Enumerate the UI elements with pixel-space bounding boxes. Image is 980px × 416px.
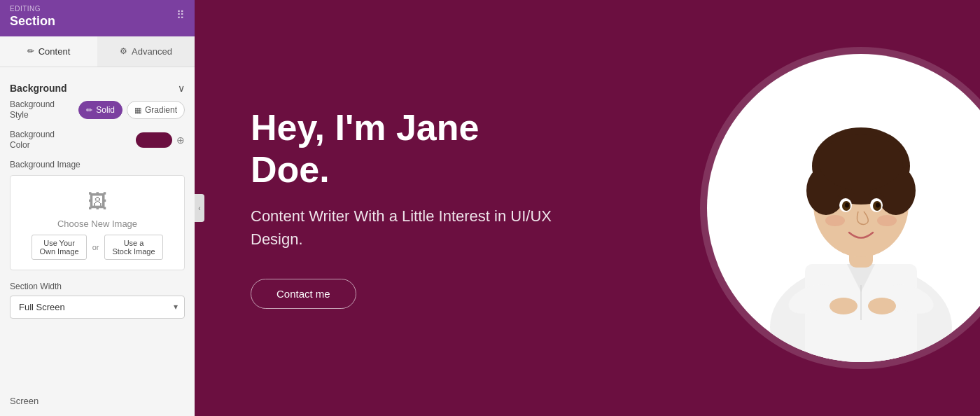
eyedropper-icon[interactable]: ⊕ bbox=[176, 134, 185, 146]
background-section-title: Background bbox=[10, 83, 67, 94]
choose-image-text: Choose New Image bbox=[57, 219, 137, 229]
hero-subtext: Content Writer With a Little Interest in… bbox=[251, 204, 552, 251]
section-title: Section bbox=[10, 14, 55, 29]
svg-point-7 bbox=[830, 298, 858, 314]
collapse-panel-icon: ‹ bbox=[198, 204, 200, 212]
panel-header: EDITING Section ⠿ bbox=[0, 0, 195, 36]
hero-heading: Hey, I'm Jane Doe. bbox=[251, 107, 560, 191]
svg-point-19 bbox=[876, 203, 880, 208]
profile-image bbox=[707, 54, 980, 362]
image-placeholder-icon: 🖼 bbox=[88, 190, 107, 213]
background-color-label: Background Color bbox=[10, 130, 73, 151]
profile-circle bbox=[700, 47, 980, 369]
background-color-row: Background Color ⊕ bbox=[10, 130, 185, 151]
pencil-style-icon: ✏ bbox=[86, 106, 92, 115]
background-section: Background ∨ Background Style ✏ Solid ▦ … bbox=[10, 77, 185, 270]
editing-label: EDITING bbox=[10, 6, 55, 13]
svg-point-20 bbox=[825, 215, 845, 226]
section-width-label: Section Width bbox=[10, 282, 185, 291]
background-section-header[interactable]: Background ∨ bbox=[10, 77, 185, 99]
hero-text-area: Hey, I'm Jane Doe. Content Writer With a… bbox=[195, 65, 616, 352]
tab-advanced[interactable]: ⚙ Advanced bbox=[97, 36, 195, 67]
solid-style-button[interactable]: ✏ Solid bbox=[78, 101, 122, 119]
background-style-label: Background Style bbox=[10, 99, 73, 121]
upload-buttons: Use YourOwn Image or Use aStock Image bbox=[31, 235, 162, 260]
tab-content[interactable]: ✏ Content bbox=[0, 36, 97, 67]
pencil-icon: ✏ bbox=[27, 46, 34, 56]
gradient-icon: ▦ bbox=[134, 106, 141, 115]
drag-handle-icon[interactable]: ⠿ bbox=[176, 8, 185, 22]
tab-advanced-label: Advanced bbox=[132, 46, 172, 57]
collapse-icon[interactable]: ∨ bbox=[178, 83, 185, 94]
person-svg bbox=[735, 68, 980, 362]
gear-icon: ⚙ bbox=[120, 46, 127, 56]
image-upload-box: 🖼 Choose New Image Use YourOwn Image or … bbox=[10, 175, 185, 270]
color-row-right: ⊕ bbox=[136, 132, 185, 148]
style-buttons: ✏ Solid ▦ Gradient bbox=[78, 101, 185, 119]
panel-content: Background ∨ Background Style ✏ Solid ▦ … bbox=[0, 67, 195, 416]
tab-content-label: Content bbox=[38, 46, 71, 57]
section-width-select[interactable]: Full Screen Boxed Custom bbox=[10, 296, 185, 319]
background-style-row: Background Style ✏ Solid ▦ Gradient bbox=[10, 99, 185, 121]
svg-point-6 bbox=[868, 298, 896, 314]
or-text: or bbox=[92, 243, 99, 251]
collapse-panel-button[interactable]: ‹ bbox=[195, 194, 204, 222]
profile-area bbox=[616, 0, 980, 416]
use-stock-image-button[interactable]: Use aStock Image bbox=[104, 235, 162, 260]
background-image-label: Background Image bbox=[10, 160, 185, 169]
section-width-block: Section Width Full Screen Boxed Custom ▾ bbox=[10, 282, 185, 319]
color-swatch[interactable] bbox=[136, 132, 172, 148]
section-width-select-wrapper: Full Screen Boxed Custom ▾ bbox=[10, 296, 185, 319]
screen-label: Screen bbox=[10, 396, 38, 406]
left-panel: EDITING Section ⠿ ✏ Content ⚙ Advanced B… bbox=[0, 0, 195, 416]
contact-button[interactable]: Contact me bbox=[251, 279, 356, 309]
svg-point-18 bbox=[845, 203, 849, 208]
panel-tabs: ✏ Content ⚙ Advanced bbox=[0, 36, 195, 67]
gradient-label: Gradient bbox=[145, 105, 177, 115]
gradient-style-button[interactable]: ▦ Gradient bbox=[127, 101, 185, 119]
svg-point-21 bbox=[877, 215, 897, 226]
use-own-image-button[interactable]: Use YourOwn Image bbox=[31, 235, 86, 260]
main-content: Hey, I'm Jane Doe. Content Writer With a… bbox=[195, 0, 980, 416]
svg-point-13 bbox=[819, 134, 903, 190]
solid-label: Solid bbox=[96, 105, 115, 115]
